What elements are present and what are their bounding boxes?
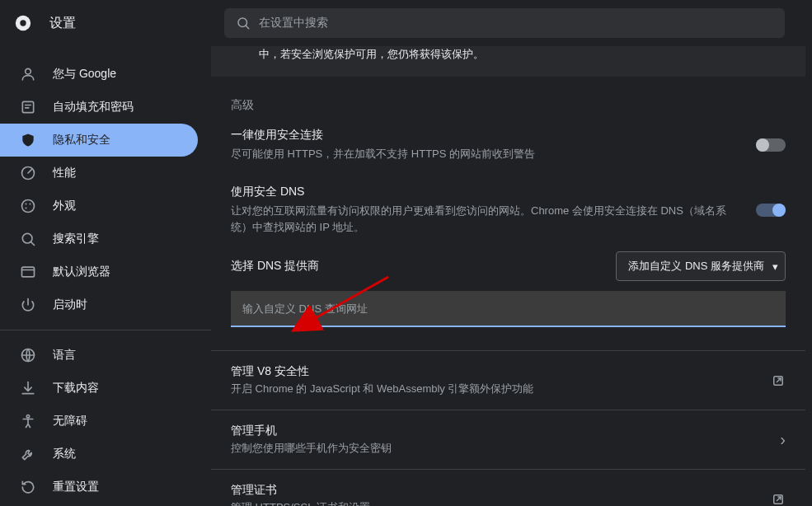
sidebar-item-performance[interactable]: 性能 <box>0 157 198 190</box>
search-placeholder-text: 在设置中搜索 <box>259 16 328 30</box>
sidebar-item-label: 无障碍 <box>53 414 87 429</box>
manage-v8-security-row[interactable]: 管理 V8 安全性 开启 Chrome 的 JavaScript 和 WebAs… <box>211 350 805 410</box>
download-icon <box>20 380 36 396</box>
manage-certs-title: 管理证书 <box>231 483 758 498</box>
shield-icon <box>20 132 36 148</box>
safe-browsing-partial-text: 中，若安全浏览保护可用，您仍将获得该保护。 <box>259 46 484 63</box>
search-icon <box>236 16 251 30</box>
custom-dns-url-input[interactable] <box>231 291 786 327</box>
sidebar-separator <box>0 330 211 330</box>
manage-v8-title: 管理 V8 安全性 <box>231 364 758 379</box>
sidebar-item-label: 隐私和安全 <box>53 133 110 148</box>
settings-search-input[interactable]: 在设置中搜索 <box>224 8 785 38</box>
always-https-label: 一律使用安全连接 <box>231 128 736 143</box>
palette-icon <box>20 198 36 214</box>
secure-dns-label: 使用安全 DNS <box>231 185 736 199</box>
manage-certificates-row[interactable]: 管理证书 管理 HTTPS/SSL 证书和设置 <box>211 469 805 506</box>
secure-dns-row: 使用安全 DNS 让对您的互联网流量有访问权限的用户更难看到您访问的网站。Chr… <box>211 173 805 246</box>
dns-provider-row: 选择 DNS 提供商 添加自定义 DNS 服务提供商 ▾ <box>211 246 805 289</box>
sidebar-item-default-browser[interactable]: 默认浏览器 <box>0 255 198 288</box>
secure-dns-toggle[interactable] <box>756 204 786 217</box>
sidebar-item-appearance[interactable]: 外观 <box>0 190 198 223</box>
dns-provider-label: 选择 DNS 提供商 <box>231 259 616 274</box>
always-https-row: 一律使用安全连接 尽可能使用 HTTPS，并在加载不支持 HTTPS 的网站前收… <box>211 116 805 174</box>
sidebar-item-label: 外观 <box>53 199 76 213</box>
sidebar-item-autofill[interactable]: 自动填充和密码 <box>0 91 198 124</box>
sidebar-item-label: 语言 <box>53 348 76 363</box>
window-icon <box>20 264 36 280</box>
sidebar-item-label: 下载内容 <box>53 381 99 396</box>
manage-phone-sub: 控制您使用哪些手机作为安全密钥 <box>231 441 767 456</box>
safe-browsing-card-tail: 中，若安全浏览保护可用，您仍将获得该保护。 <box>211 46 805 77</box>
sidebar-item-label: 您与 Google <box>53 67 116 82</box>
sidebar-item-search-engine[interactable]: 搜索引擎 <box>0 223 198 255</box>
sidebar-item-system[interactable]: 系统 <box>0 438 198 471</box>
sidebar-item-label: 自动填充和密码 <box>53 100 134 115</box>
accessibility-icon <box>20 413 36 429</box>
radio-placeholder-icon <box>231 46 247 63</box>
manage-certs-sub: 管理 HTTPS/SSL 证书和设置 <box>231 500 758 506</box>
always-https-toggle[interactable] <box>756 138 786 152</box>
chevron-down-icon: ▾ <box>772 260 778 273</box>
sidebar-item-reset[interactable]: 重置设置 <box>0 471 198 504</box>
sidebar-item-you-and-google[interactable]: 您与 Google <box>0 58 198 91</box>
autofill-icon <box>20 99 36 115</box>
search-icon <box>20 231 36 247</box>
dns-provider-dropdown[interactable]: 添加自定义 DNS 服务提供商 ▾ <box>616 251 786 281</box>
sidebar-item-label: 搜索引擎 <box>53 232 99 246</box>
power-icon <box>20 297 36 313</box>
chrome-logo-icon <box>13 13 33 33</box>
speed-icon <box>20 165 36 181</box>
always-https-sublabel: 尽可能使用 HTTPS，并在加载不支持 HTTPS 的网站前收到警告 <box>231 146 736 162</box>
chevron-right-icon: › <box>780 430 786 449</box>
external-link-icon <box>771 492 786 506</box>
sidebar-item-on-startup[interactable]: 启动时 <box>0 288 198 321</box>
sidebar-item-accessibility[interactable]: 无障碍 <box>0 405 198 438</box>
top-bar: 设置 在设置中搜索 <box>0 0 812 46</box>
sidebar-item-label: 启动时 <box>53 298 87 312</box>
sidebar-item-label: 系统 <box>53 447 76 461</box>
app-title: 设置 <box>49 15 76 32</box>
sidebar-item-label: 重置设置 <box>53 480 99 494</box>
dns-provider-selected-value: 添加自定义 DNS 服务提供商 <box>628 259 764 274</box>
wrench-icon <box>20 446 36 462</box>
advanced-section-heading: 高级 <box>211 77 805 116</box>
globe-icon <box>20 347 36 363</box>
person-icon <box>20 66 36 82</box>
sidebar-item-languages[interactable]: 语言 <box>0 339 198 372</box>
sidebar-item-label: 性能 <box>53 166 76 180</box>
manage-phone-row[interactable]: 管理手机 控制您使用哪些手机作为安全密钥 › <box>211 410 805 469</box>
manage-v8-sub: 开启 Chrome 的 JavaScript 和 WebAssembly 引擎额… <box>231 382 758 396</box>
sidebar-item-downloads[interactable]: 下载内容 <box>0 372 198 405</box>
manage-phone-title: 管理手机 <box>231 424 767 438</box>
settings-sidebar: 您与 Google自动填充和密码隐私和安全性能外观搜索引擎默认浏览器启动时语言下… <box>0 46 211 506</box>
reset-icon <box>20 479 36 495</box>
external-link-icon <box>771 373 786 388</box>
secure-dns-sublabel: 让对您的互联网流量有访问权限的用户更难看到您访问的网站。Chrome 会使用安全… <box>231 203 736 235</box>
sidebar-item-label: 默认浏览器 <box>53 265 110 279</box>
sidebar-item-privacy[interactable]: 隐私和安全 <box>0 124 198 157</box>
